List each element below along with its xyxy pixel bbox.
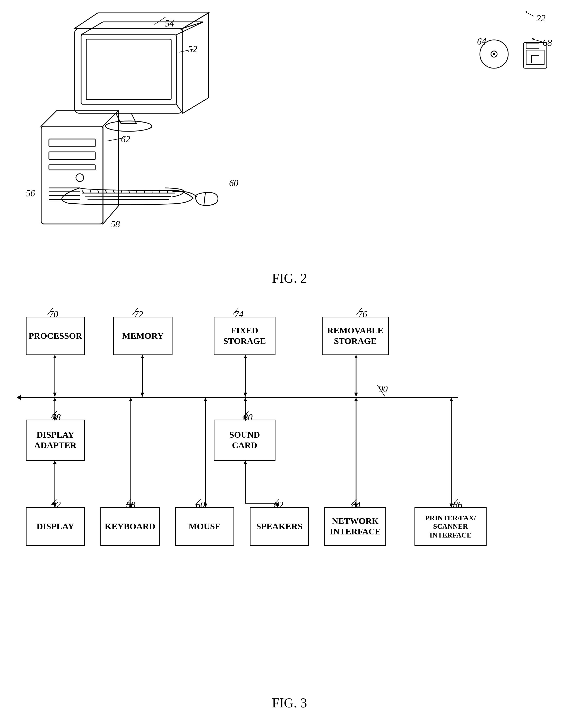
svg-rect-7 xyxy=(49,165,95,170)
processor-box: PROCESSOR xyxy=(26,317,85,355)
svg-point-3 xyxy=(106,121,152,131)
svg-marker-48 xyxy=(243,417,247,421)
ref-60: 60 xyxy=(229,178,238,188)
leader-90 xyxy=(373,382,386,398)
svg-rect-5 xyxy=(49,139,95,147)
leader-74-line xyxy=(229,307,239,316)
memory-arrow xyxy=(138,355,146,399)
svg-marker-24 xyxy=(532,38,534,40)
svg-marker-75 xyxy=(449,398,453,401)
svg-marker-49 xyxy=(243,398,247,401)
printer-fax-box: PRINTER/FAX/ SCANNER INTERFACE xyxy=(415,507,486,546)
removable-storage-arrow xyxy=(352,355,360,399)
fixed-storage-box: FIXED STORAGE xyxy=(214,317,275,355)
leader-54 xyxy=(152,16,167,26)
fig3-area: PROCESSOR 70 MEMORY 72 FIXED STORAGE 74 … xyxy=(13,296,566,718)
keyboard-box: KEYBOARD xyxy=(100,507,160,546)
svg-line-15 xyxy=(107,138,125,141)
ref-68: 68 xyxy=(543,37,552,48)
svg-marker-16 xyxy=(525,11,527,14)
leader-72-line xyxy=(129,307,139,316)
speakers-box: SPEAKERS xyxy=(250,507,309,546)
svg-line-27 xyxy=(233,308,238,315)
memory-box: MEMORY xyxy=(113,317,173,355)
leader-22 xyxy=(524,10,536,18)
bus-left-arrow xyxy=(17,394,23,400)
ref-58: 58 xyxy=(111,219,120,230)
leader-60-fig3 xyxy=(190,498,202,506)
processor-arrow xyxy=(51,355,59,399)
keyboard-arrow xyxy=(127,398,135,510)
svg-marker-40 xyxy=(354,355,358,358)
svg-marker-37 xyxy=(243,355,247,358)
svg-marker-66 xyxy=(276,504,279,509)
mouse-arrow xyxy=(202,398,209,510)
svg-marker-45 xyxy=(53,398,57,401)
mouse-box: MOUSE xyxy=(175,507,234,546)
svg-marker-56 xyxy=(129,503,133,508)
svg-marker-53 xyxy=(53,461,57,464)
svg-marker-44 xyxy=(53,417,57,421)
leader-62 xyxy=(106,136,126,144)
svg-rect-1 xyxy=(81,35,176,104)
ref-64: 64 xyxy=(477,36,486,47)
leader-52 xyxy=(178,48,196,55)
svg-rect-0 xyxy=(75,28,183,113)
svg-marker-52 xyxy=(53,503,57,508)
svg-point-8 xyxy=(76,174,84,181)
fig3-label: FIG. 3 xyxy=(272,695,307,710)
speakers-arrow xyxy=(241,461,280,510)
svg-marker-36 xyxy=(243,393,247,397)
fixed-storage-arrow xyxy=(241,355,249,399)
svg-marker-67 xyxy=(243,461,247,464)
svg-marker-34 xyxy=(140,355,144,358)
svg-marker-39 xyxy=(354,393,358,397)
network-arrow xyxy=(352,398,360,510)
svg-rect-22 xyxy=(531,55,539,63)
bus-line xyxy=(21,397,458,398)
svg-line-58 xyxy=(195,499,201,505)
display-box: DISPLAY xyxy=(26,507,85,546)
svg-rect-21 xyxy=(526,50,544,64)
svg-marker-41 xyxy=(17,395,21,400)
leader-68 xyxy=(530,36,543,44)
ref-56: 56 xyxy=(26,188,35,199)
svg-rect-2 xyxy=(86,39,171,100)
svg-marker-71 xyxy=(354,398,358,401)
svg-marker-60 xyxy=(204,503,207,508)
display-arrow xyxy=(51,461,59,510)
svg-point-19 xyxy=(493,53,495,55)
removable-storage-box: REMOVABLE STORAGE xyxy=(322,317,389,355)
sound-card-arrow xyxy=(241,398,249,422)
svg-line-14 xyxy=(179,49,194,52)
leader-76-line xyxy=(353,307,363,316)
sound-card-box: SOUND CARD xyxy=(214,420,275,461)
leader-70-line xyxy=(44,307,54,316)
svg-marker-33 xyxy=(140,393,144,397)
display-adapter-arrow xyxy=(51,398,59,422)
ref-22: 22 xyxy=(536,13,546,24)
svg-marker-57 xyxy=(129,398,133,401)
svg-marker-31 xyxy=(53,355,57,358)
svg-line-28 xyxy=(357,308,362,315)
svg-line-26 xyxy=(133,308,138,315)
svg-line-25 xyxy=(48,308,53,315)
fig2-label: FIG. 2 xyxy=(272,270,307,286)
fig2-area: 54 52 62 56 58 60 22 xyxy=(13,8,566,291)
svg-rect-4 xyxy=(41,126,103,224)
svg-marker-61 xyxy=(204,398,207,401)
svg-marker-70 xyxy=(354,503,358,508)
printer-arrow xyxy=(447,398,455,510)
computer-illustration xyxy=(28,8,273,239)
svg-marker-30 xyxy=(53,393,57,397)
sound-card-up-tick xyxy=(241,461,249,465)
svg-line-13 xyxy=(155,17,166,24)
network-interface-box: NETWORK INTERFACE xyxy=(324,507,386,546)
svg-marker-74 xyxy=(449,503,453,508)
display-adapter-box: DISPLAY ADAPTER xyxy=(26,420,85,461)
svg-rect-6 xyxy=(49,152,95,160)
